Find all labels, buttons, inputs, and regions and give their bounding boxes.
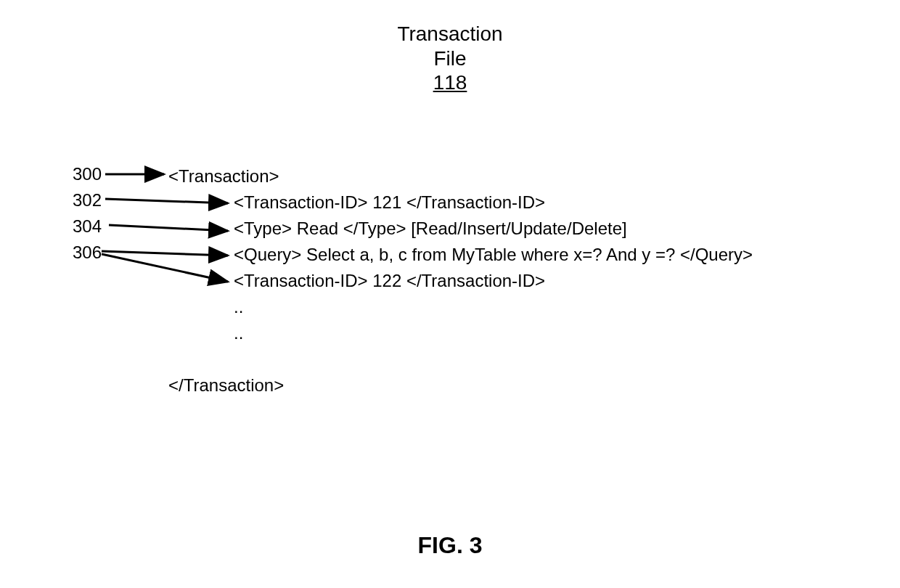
figure-label: FIG. 3	[0, 532, 900, 559]
query-line: <Query> Select a, b, c from MyTable wher…	[168, 242, 753, 268]
xml-content-block: <Transaction> <Transaction-ID> 121 </Tra…	[168, 163, 753, 399]
ellipsis-1: ..	[168, 294, 753, 320]
transaction-id-line-1: <Transaction-ID> 121 </Transaction-ID>	[168, 189, 753, 216]
type-line: <Type> Read </Type> [Read/Insert/Update/…	[168, 216, 753, 242]
transaction-close-tag: </Transaction>	[168, 372, 753, 399]
transaction-id-line-2: <Transaction-ID> 122 </Transaction-ID>	[168, 268, 753, 294]
ellipsis-2: ..	[168, 320, 753, 346]
transaction-open-tag: <Transaction>	[168, 163, 753, 189]
